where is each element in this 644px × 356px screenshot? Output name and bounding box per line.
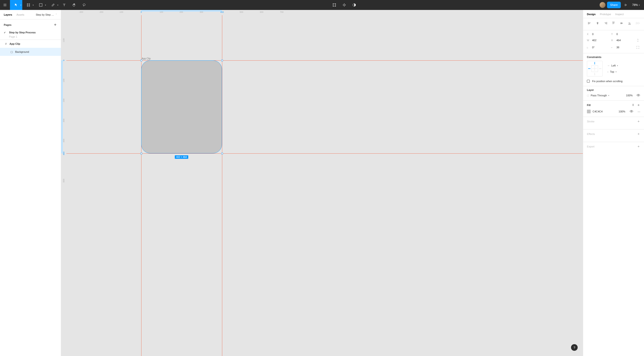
ruler-tick: 700: [280, 10, 284, 13]
align-vcenter-button[interactable]: [619, 20, 624, 26]
selection-handle[interactable]: [140, 153, 142, 154]
link-icon: [636, 38, 639, 42]
frame-label[interactable]: App Clip: [142, 57, 151, 60]
layer-opacity-field[interactable]: 100%: [626, 94, 633, 97]
fill-styles-button[interactable]: ⠿: [632, 104, 634, 107]
tab-prototype[interactable]: Prototype: [600, 13, 611, 16]
constraint-h-select[interactable]: ↔ Left ▾: [607, 64, 618, 67]
ruler-tick: 500: [240, 10, 243, 13]
fill-swatch[interactable]: [587, 110, 591, 113]
selection-handle[interactable]: [140, 60, 142, 61]
main-area: Layers Assets Step by Step … ⌃ Pages ＋ ✓…: [0, 10, 644, 356]
move-tool-button[interactable]: ▾: [10, 0, 22, 10]
mask-button[interactable]: [349, 0, 359, 10]
ruler-tick: -300: [79, 10, 83, 13]
page-crumb[interactable]: Step by Step … ⌃: [36, 13, 57, 16]
page-item[interactable]: Page 1: [0, 36, 21, 39]
pen-tool-button[interactable]: ▾: [47, 0, 59, 10]
svg-point-2: [333, 3, 333, 4]
ruler-tick: -100: [119, 10, 123, 13]
layer-label: App Clip: [10, 42, 20, 45]
text-tool-button[interactable]: [59, 0, 69, 10]
ruler-tick: 300: [200, 10, 203, 13]
add-fill-button[interactable]: ＋: [637, 103, 640, 107]
guide-vertical[interactable]: [222, 15, 222, 356]
selection-handle[interactable]: [221, 153, 223, 154]
tab-layers[interactable]: Layers: [4, 13, 12, 16]
left-panel-header: Layers Assets Step by Step … ⌃: [0, 10, 61, 19]
add-page-button[interactable]: ＋: [53, 22, 57, 27]
selected-shape[interactable]: [141, 60, 222, 153]
ruler-tick: 200: [62, 98, 65, 103]
add-export-button[interactable]: ＋: [637, 144, 640, 149]
align-bottom-button[interactable]: [627, 20, 632, 26]
zoom-control[interactable]: 78% ▾: [631, 3, 641, 7]
canvas-stage[interactable]: App Clip 402 × 464: [66, 15, 583, 356]
independent-corners-button[interactable]: [636, 45, 640, 50]
chevron-down-icon: ▾: [616, 71, 616, 73]
w-field[interactable]: W402: [587, 39, 610, 42]
remove-fill-button[interactable]: —: [638, 110, 640, 113]
guide-horizontal[interactable]: [66, 60, 583, 61]
comment-tool-button[interactable]: [79, 0, 89, 10]
layer-label: Background: [15, 50, 29, 53]
tab-design[interactable]: Design: [587, 13, 596, 16]
selection-handle[interactable]: [221, 60, 223, 61]
align-right-button[interactable]: [603, 20, 608, 26]
svg-point-3: [335, 3, 336, 4]
transform-section: X0 Y0 W402 H464 ⟀0° ⌐38: [583, 30, 644, 53]
rotation-field[interactable]: ⟀0°: [587, 46, 610, 49]
guide-vertical[interactable]: [141, 15, 142, 356]
chevron-down-icon: ▾: [57, 4, 58, 6]
fill-opacity[interactable]: 100%: [619, 110, 625, 113]
corner-radius-icon: ⌐: [611, 46, 614, 49]
chevron-down-icon: ▾: [33, 4, 34, 6]
tab-inspect[interactable]: Inspect: [615, 13, 624, 16]
visibility-toggle[interactable]: [636, 94, 640, 97]
chevron-down-icon: ▾: [45, 4, 46, 6]
avatar[interactable]: [600, 2, 606, 8]
svg-rect-0: [39, 3, 42, 6]
edit-object-button[interactable]: [329, 0, 339, 10]
help-button[interactable]: ?: [571, 344, 578, 351]
constraint-v-select[interactable]: ↕ Top ▾: [607, 70, 618, 73]
page-item[interactable]: ✓ Step by Step Process: [0, 29, 61, 36]
align-hcenter-button[interactable]: [595, 20, 600, 26]
layer-row-rect[interactable]: ▢ Background: [0, 48, 61, 56]
share-button[interactable]: Share: [607, 2, 621, 8]
menu-button[interactable]: [0, 0, 10, 10]
h-field[interactable]: H464: [611, 39, 634, 42]
distribute-button[interactable]: ▾: [635, 20, 640, 26]
fill-visibility-toggle[interactable]: [630, 110, 633, 113]
shape-tool-button[interactable]: ▾: [34, 0, 47, 10]
radius-field[interactable]: ⌐38: [611, 46, 634, 49]
guide-horizontal[interactable]: [66, 153, 583, 154]
fill-hex[interactable]: C4C4C4: [592, 110, 602, 113]
blend-mode-select[interactable]: Pass Through ▾: [591, 94, 609, 97]
component-button[interactable]: [339, 0, 349, 10]
y-field[interactable]: Y0: [611, 33, 634, 35]
align-top-icon: [612, 21, 615, 25]
layer-row-frame[interactable]: # App Clip: [0, 40, 61, 48]
constraints-widget[interactable]: [587, 61, 602, 76]
frame-tool-button[interactable]: ▾: [22, 0, 34, 10]
align-top-button[interactable]: [611, 20, 616, 26]
svg-point-5: [335, 6, 336, 7]
align-left-button[interactable]: [587, 20, 592, 26]
add-stroke-button[interactable]: ＋: [637, 119, 640, 124]
add-effect-button[interactable]: ＋: [637, 132, 640, 136]
svg-point-8: [631, 111, 632, 112]
hand-tool-button[interactable]: [69, 0, 79, 10]
canvas[interactable]: -300-200-1000100200300402500600700 -1000…: [61, 10, 583, 356]
hamburger-icon: [3, 3, 7, 7]
fill-row[interactable]: C4C4C4 100% —: [587, 110, 640, 113]
chevron-down-icon: ▾: [20, 4, 21, 6]
ruler-tick: -200: [99, 10, 103, 13]
x-field[interactable]: X0: [587, 33, 610, 35]
present-button[interactable]: [622, 0, 629, 10]
fix-position-checkbox[interactable]: Fix position when scrolling: [587, 80, 640, 83]
tab-assets[interactable]: Assets: [16, 13, 24, 16]
constrain-proportions-button[interactable]: [636, 38, 640, 43]
svg-rect-1: [333, 4, 336, 6]
fill-section: Fill ⠿ ＋ C4C4C4 100% —: [583, 101, 644, 117]
